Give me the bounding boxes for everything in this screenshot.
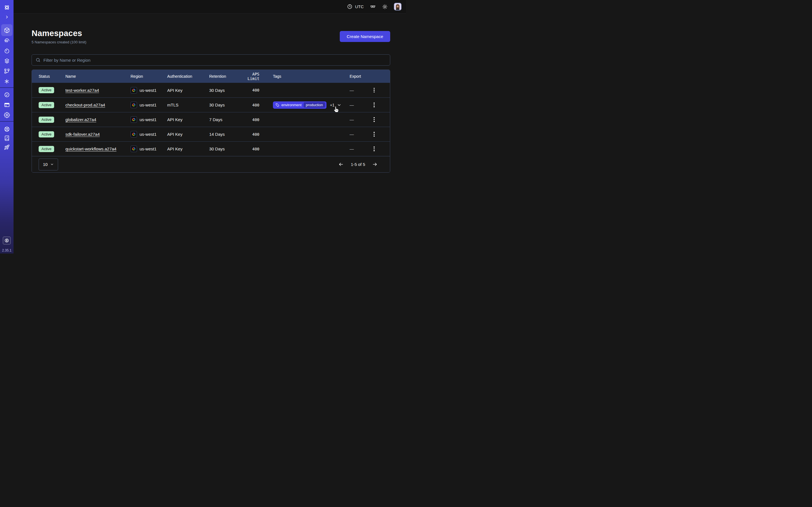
namespace-link[interactable]: quickstart-workflows.a27a4: [65, 147, 116, 151]
gcp-icon: [132, 132, 136, 136]
sidebar-item-settings[interactable]: [0, 110, 13, 120]
table-row[interactable]: Active globalizer.a27a4 us-west1 API Key…: [32, 112, 390, 127]
sidebar-item-workflows[interactable]: [0, 66, 13, 76]
export-cell: —: [350, 116, 390, 123]
tag-more-count: +1: [330, 103, 335, 107]
column-header-aps-limit: APS Limit: [243, 72, 273, 81]
app-version: 2.35.1: [0, 248, 13, 252]
gcp-icon: [132, 118, 136, 121]
retention-cell: 14 Days: [209, 132, 243, 136]
timezone-selector[interactable]: UTC: [347, 4, 364, 9]
table-header-row: Status Name Region Authentication Retent…: [32, 70, 390, 83]
tags-group: environment production +1: [273, 101, 342, 109]
namespace-link[interactable]: checkout-prod.a27a4: [65, 103, 105, 107]
status-badge: Active: [39, 87, 54, 93]
region-label: us-west1: [140, 88, 156, 93]
sidebar-divider: [0, 121, 13, 122]
name-cell: sdk-failover.a27a4: [65, 132, 131, 136]
table-body: Active test-worker.a27a4 us-west1 API Ke…: [32, 83, 390, 156]
table-row[interactable]: Active sdk-failover.a27a4 us-west1 API K…: [32, 127, 390, 142]
tags-expand-chevron-icon[interactable]: [337, 103, 342, 107]
column-header-region: Region: [131, 74, 167, 78]
asterisk-icon: [4, 78, 10, 84]
export-cell: —: [350, 145, 390, 152]
column-header-export: Export: [350, 74, 390, 78]
avatar-image: [395, 3, 401, 10]
sidebar-item-billing[interactable]: [0, 100, 13, 110]
arrow-right-icon: [372, 162, 377, 167]
authentication-cell: API Key: [167, 88, 209, 93]
cloud-provider-box: [131, 131, 137, 137]
sidebar-item-schedules[interactable]: [0, 46, 13, 56]
namespace-count-subtitle: 5 Namespaces created (100 limit): [32, 40, 86, 44]
tags-cell: environment production +1: [273, 101, 350, 109]
namespace-link[interactable]: sdk-failover.a27a4: [65, 132, 100, 136]
timer-icon: [4, 48, 10, 54]
main-content: Namespaces 5 Namespaces created (100 lim…: [13, 13, 406, 253]
credits-badge-button[interactable]: [3, 237, 11, 244]
region-cell: us-west1: [131, 87, 167, 94]
table-row[interactable]: Active quickstart-workflows.a27a4 us-wes…: [32, 142, 390, 156]
pagination-range-label: 1-5 of 5: [351, 162, 365, 167]
status-cell: Active: [32, 131, 65, 137]
namespace-link[interactable]: test-worker.a27a4: [65, 88, 99, 93]
name-cell: quickstart-workflows.a27a4: [65, 147, 131, 151]
row-actions-kebab-menu[interactable]: [372, 131, 376, 138]
page-size-select[interactable]: 10: [39, 159, 58, 170]
cloud-provider-box: [131, 116, 137, 123]
export-value: —: [350, 147, 354, 151]
row-actions-kebab-menu[interactable]: [372, 87, 376, 94]
layers-icon: [4, 58, 10, 64]
sidebar-item-support[interactable]: [0, 124, 13, 134]
authentication-cell: API Key: [167, 147, 209, 151]
gear-icon: [4, 112, 10, 118]
sidebar-item-getting-started[interactable]: [0, 142, 13, 152]
sidebar-divider: [0, 87, 13, 88]
export-cell: —: [350, 101, 390, 108]
status-cell: Active: [32, 87, 65, 93]
row-actions-kebab-menu[interactable]: [372, 145, 376, 152]
eye-icon: [4, 38, 10, 44]
namespace-tag[interactable]: environment production: [273, 101, 326, 109]
name-cell: globalizer.a27a4: [65, 117, 131, 122]
gcp-icon: [132, 89, 136, 92]
sidebar-item-nexus[interactable]: [0, 76, 13, 87]
table-row[interactable]: Active checkout-prod.a27a4 us-west1 mTLS…: [32, 98, 390, 112]
table-row[interactable]: Active test-worker.a27a4 us-west1 API Ke…: [32, 83, 390, 98]
labs-glasses-button[interactable]: [370, 4, 376, 10]
expand-sidebar-chevron-icon[interactable]: [0, 12, 13, 22]
namespaces-table: Status Name Region Authentication Retent…: [32, 69, 390, 173]
export-cell: —: [350, 87, 390, 94]
row-actions-kebab-menu[interactable]: [372, 101, 376, 108]
sidebar-item-usage[interactable]: [0, 90, 13, 100]
export-value: —: [350, 132, 354, 136]
filter-bar: [32, 54, 390, 66]
sidebar-item-monitoring[interactable]: [0, 36, 13, 46]
status-badge: Active: [39, 102, 54, 108]
sidebar-item-namespaces[interactable]: [0, 25, 13, 35]
region-label: us-west1: [140, 132, 156, 136]
sidebar-item-deployments[interactable]: [0, 56, 13, 66]
dollar-seal-icon: [4, 238, 9, 243]
column-header-authentication: Authentication: [167, 74, 209, 78]
sun-icon: [382, 4, 388, 10]
row-actions-kebab-menu[interactable]: [372, 116, 376, 123]
tag-value: production: [304, 102, 325, 108]
region-cell: us-west1: [131, 131, 167, 137]
create-namespace-button[interactable]: Create Namespace: [340, 31, 390, 42]
cloud-provider-box: [131, 146, 137, 152]
previous-page-button[interactable]: [338, 162, 344, 167]
retention-cell: 30 Days: [209, 88, 243, 93]
authentication-cell: mTLS: [167, 103, 209, 107]
user-avatar[interactable]: [394, 3, 402, 10]
aps-limit-cell: 400: [243, 117, 273, 122]
page-header: Namespaces 5 Namespaces created (100 lim…: [32, 29, 390, 44]
export-value: —: [350, 103, 354, 107]
filter-input[interactable]: [43, 58, 386, 62]
namespace-link[interactable]: globalizer.a27a4: [65, 117, 96, 122]
theme-toggle-button[interactable]: [382, 4, 388, 10]
sidebar-item-docs[interactable]: [0, 133, 13, 143]
workflow-branch-icon: [4, 68, 10, 74]
page-size-value: 10: [43, 162, 48, 167]
next-page-button[interactable]: [372, 162, 377, 167]
